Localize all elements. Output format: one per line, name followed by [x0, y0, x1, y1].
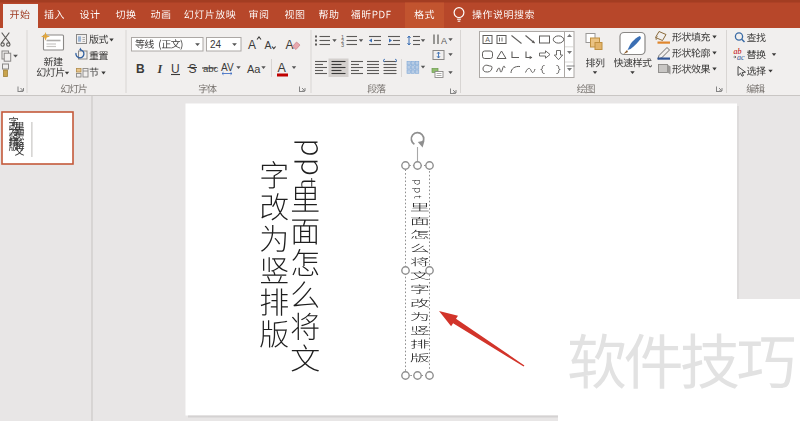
svg-text:U: U: [171, 62, 180, 76]
svg-text:24: 24: [210, 39, 222, 50]
svg-text:A: A: [278, 61, 287, 75]
svg-text:ac: ac: [737, 53, 745, 62]
svg-text:3: 3: [341, 42, 344, 48]
svg-text:Aa: Aa: [247, 63, 261, 75]
svg-text:A: A: [286, 38, 294, 52]
svg-text:S: S: [189, 62, 197, 76]
svg-text:A: A: [485, 36, 490, 43]
svg-text:AV: AV: [221, 62, 234, 73]
svg-text:A: A: [248, 38, 256, 52]
svg-text:A: A: [441, 36, 447, 46]
svg-text:A: A: [265, 39, 272, 51]
svg-text:B: B: [136, 62, 145, 76]
